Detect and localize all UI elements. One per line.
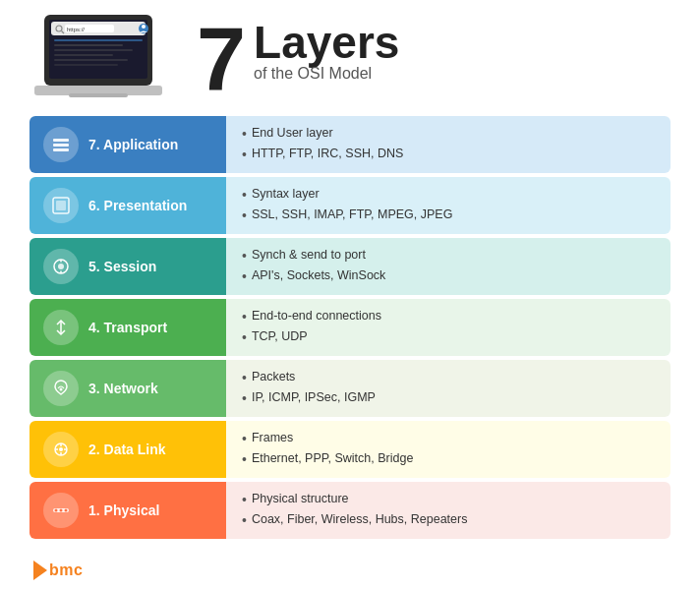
- layer-row-6: 6. PresentationSyntax layerSSL, SSH, IMA…: [29, 177, 671, 234]
- svg-rect-18: [53, 144, 69, 147]
- layer-icon-7: [43, 127, 79, 162]
- footer: bmc: [29, 555, 671, 580]
- layer-label-3: 3. Network: [29, 360, 226, 417]
- svg-rect-12: [54, 54, 113, 56]
- svg-point-28: [59, 447, 63, 451]
- layer-desc1-4: End-to-end connections: [242, 307, 655, 327]
- layer-desc-7: End User layerHTTP, FTP, IRC, SSH, DNS: [226, 116, 671, 173]
- layer-icon-6: [43, 188, 79, 223]
- layer-label-7: 7. Application: [29, 116, 226, 173]
- layer-desc-3: PacketsIP, ICMP, IPSec, IGMP: [226, 360, 671, 417]
- layer-icon-3: [43, 371, 79, 406]
- layer-desc2-3: IP, ICMP, IPSec, IGMP: [242, 388, 655, 409]
- svg-rect-19: [53, 148, 69, 151]
- title-subtitle: of the OSI Model: [254, 65, 399, 83]
- layer-name-4: 4. Transport: [88, 320, 167, 335]
- layer-desc2-2: Ethernet, PPP, Switch, Bridge: [242, 449, 655, 470]
- layer-desc-6: Syntax layerSSL, SSH, IMAP, FTP, MPEG, J…: [226, 177, 671, 234]
- layer-label-4: 4. Transport: [29, 299, 226, 356]
- layer-name-1: 1. Physical: [88, 502, 159, 518]
- layer-desc1-6: Syntax layer: [242, 185, 655, 206]
- svg-rect-16: [69, 93, 128, 97]
- layer-icon-1: [43, 493, 79, 528]
- svg-rect-13: [54, 59, 128, 61]
- svg-rect-11: [54, 49, 133, 51]
- layers-grid: 7. ApplicationEnd User layerHTTP, FTP, I…: [29, 116, 671, 555]
- svg-point-35: [60, 509, 63, 512]
- title-word: Layers: [254, 20, 399, 65]
- laptop-illustration: https://: [29, 10, 167, 108]
- bmc-logo: bmc: [33, 560, 83, 580]
- layer-icon-4: [43, 310, 79, 345]
- title-number: 7: [197, 20, 246, 99]
- svg-rect-17: [53, 139, 69, 142]
- bmc-arrow-icon: [33, 560, 47, 580]
- layer-row-3: 3. NetworkPacketsIP, ICMP, IPSec, IGMP: [29, 360, 671, 417]
- layer-desc-2: FramesEthernet, PPP, Switch, Bridge: [226, 421, 671, 478]
- svg-rect-10: [54, 44, 123, 46]
- svg-rect-21: [56, 201, 66, 210]
- layer-name-7: 7. Application: [88, 137, 178, 152]
- layer-name-3: 3. Network: [88, 381, 158, 396]
- layer-row-7: 7. ApplicationEnd User layerHTTP, FTP, I…: [29, 116, 671, 173]
- svg-rect-9: [54, 39, 143, 41]
- main-container: https:// 7 Layers of t: [0, 0, 700, 590]
- layer-icon-5: [43, 249, 79, 284]
- layer-desc-1: Physical structureCoax, Fiber, Wireless,…: [226, 482, 671, 539]
- layer-row-4: 4. TransportEnd-to-end connectionsTCP, U…: [29, 299, 671, 356]
- layer-desc2-7: HTTP, FTP, IRC, SSH, DNS: [242, 145, 655, 165]
- layer-desc2-4: TCP, UDP: [242, 327, 655, 348]
- layer-desc2-1: Coax, Fiber, Wireless, Hubs, Repeaters: [242, 510, 655, 531]
- layer-desc2-5: API's, Sockets, WinSock: [242, 266, 655, 287]
- layer-desc1-2: Frames: [242, 429, 655, 449]
- layer-name-6: 6. Presentation: [88, 198, 187, 213]
- layer-row-5: 5. SessionSynch & send to portAPI's, Soc…: [29, 238, 671, 295]
- svg-point-26: [60, 388, 63, 391]
- layer-desc1-5: Synch & send to port: [242, 246, 655, 266]
- layer-row-2: 2. Data LinkFramesEthernet, PPP, Switch,…: [29, 421, 671, 478]
- header: https:// 7 Layers of t: [29, 10, 671, 108]
- svg-rect-14: [54, 64, 118, 66]
- layer-name-2: 2. Data Link: [88, 442, 166, 457]
- layer-desc1-7: End User layer: [242, 124, 655, 145]
- layer-label-1: 1. Physical: [29, 482, 226, 539]
- layer-desc1-1: Physical structure: [242, 490, 655, 510]
- layer-label-2: 2. Data Link: [29, 421, 226, 478]
- layer-label-5: 5. Session: [29, 238, 226, 295]
- layer-desc-5: Synch & send to portAPI's, Sockets, WinS…: [226, 238, 671, 295]
- layer-desc2-6: SSL, SSH, IMAP, FTP, MPEG, JPEG: [242, 206, 655, 226]
- layer-name-5: 5. Session: [88, 259, 156, 274]
- svg-point-34: [55, 509, 58, 512]
- layer-label-6: 6. Presentation: [29, 177, 226, 234]
- layer-icon-2: [43, 432, 79, 467]
- title-block: 7 Layers of the OSI Model: [197, 20, 399, 99]
- layer-desc1-3: Packets: [242, 368, 655, 388]
- layer-row-1: 1. PhysicalPhysical structureCoax, Fiber…: [29, 482, 671, 539]
- svg-point-8: [142, 25, 146, 29]
- svg-text:https://: https://: [67, 27, 85, 32]
- bmc-brand-text: bmc: [49, 561, 83, 579]
- svg-point-36: [65, 509, 68, 512]
- title-text-col: Layers of the OSI Model: [254, 20, 399, 87]
- layer-desc-4: End-to-end connectionsTCP, UDP: [226, 299, 671, 356]
- svg-point-23: [58, 264, 64, 269]
